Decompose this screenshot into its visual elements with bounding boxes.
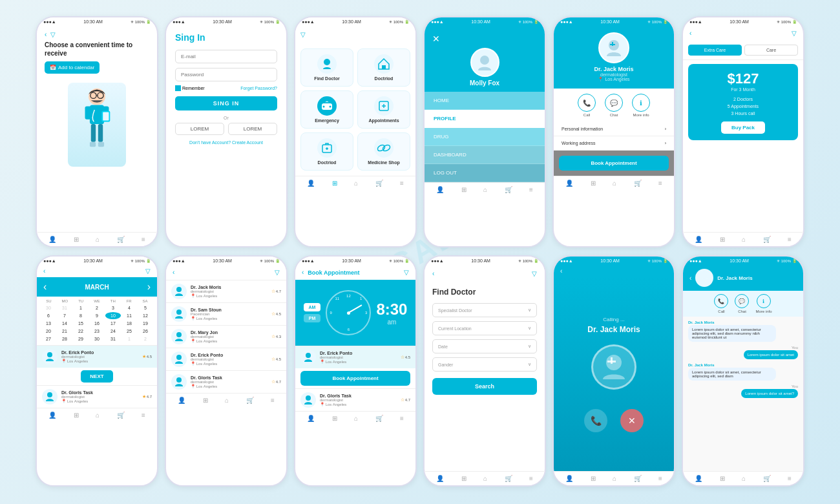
nav-home-icon-4[interactable]: ⌂ bbox=[483, 186, 487, 193]
nav-menu-icon-4[interactable]: ≡ bbox=[529, 186, 533, 193]
nav-person-icon-7[interactable]: 👤 bbox=[48, 412, 56, 419]
menu-find-doctor[interactable]: Find Doctor bbox=[300, 48, 353, 87]
call-chat-action[interactable]: 📞 Call bbox=[714, 294, 728, 313]
nav-menu-icon-8[interactable]: ≡ bbox=[271, 397, 275, 404]
nav-menu-icon-6[interactable]: ≡ bbox=[788, 236, 792, 243]
am-button[interactable]: AM bbox=[304, 303, 321, 311]
nav-person-icon-8[interactable]: 👤 bbox=[178, 397, 185, 404]
nav-person-icon-6[interactable]: 👤 bbox=[695, 236, 702, 243]
nav-grid-icon-4[interactable]: ⊞ bbox=[461, 186, 467, 193]
nav-menu-icon-12[interactable]: ≡ bbox=[788, 475, 792, 482]
filter-icon-9[interactable]: ▽ bbox=[404, 269, 409, 276]
care-tab[interactable]: Care bbox=[744, 45, 798, 56]
close-icon[interactable]: ✕ bbox=[432, 34, 440, 44]
menu-doctriod-2[interactable]: Doctriod bbox=[300, 132, 353, 171]
menu-doctriod-1[interactable]: Doctriod bbox=[357, 48, 410, 87]
lorem-button-1[interactable]: LOREM bbox=[175, 123, 224, 135]
date-select[interactable]: Date ∨ bbox=[432, 339, 537, 353]
nav-person-icon-12[interactable]: 👤 bbox=[695, 475, 702, 482]
nav-cart-icon-5[interactable]: 🛒 bbox=[634, 180, 642, 187]
nav-home-icon-9[interactable]: ⌂ bbox=[354, 415, 358, 422]
specialist-select[interactable]: Specialist Doctor ∨ bbox=[432, 303, 537, 317]
nav-grid-icon-6[interactable]: ⊞ bbox=[720, 236, 725, 243]
doc-gloris-8[interactable]: Dr. Gloris Task dermatologist 📍 Los Ange… bbox=[166, 370, 286, 393]
nav-cart-icon-9[interactable]: 🛒 bbox=[375, 415, 383, 422]
nav-menu-icon[interactable]: ≡ bbox=[142, 236, 145, 243]
nav-logout[interactable]: LOG OUT bbox=[425, 164, 545, 182]
nav-cart-icon-8[interactable]: 🛒 bbox=[246, 397, 254, 404]
nav-cart-icon-7[interactable]: 🛒 bbox=[117, 412, 125, 419]
doc-mary[interactable]: Dr. Mary Jon dermatologist 📍 Los Angeles… bbox=[166, 325, 286, 348]
create-account-link[interactable]: Create Account bbox=[232, 140, 263, 145]
nav-cart-icon[interactable]: 🛒 bbox=[117, 236, 125, 243]
filter-icon-7[interactable]: ▽ bbox=[145, 268, 151, 275]
location-select[interactable]: Current Location ∨ bbox=[432, 321, 537, 335]
nav-home-icon-10[interactable]: ⌂ bbox=[483, 475, 487, 482]
nav-cart-icon-11[interactable]: 🛒 bbox=[634, 475, 642, 482]
nav-menu-icon-3[interactable]: ≡ bbox=[400, 180, 404, 187]
prev-month-icon[interactable]: ‹ bbox=[43, 281, 47, 293]
filter-icon-6[interactable]: ▽ bbox=[792, 30, 797, 37]
nav-person-icon-3[interactable]: 👤 bbox=[307, 180, 315, 187]
nav-grid-icon-10[interactable]: ⊞ bbox=[461, 475, 467, 482]
next-button[interactable]: NEXT bbox=[81, 370, 112, 383]
nav-person-icon-11[interactable]: 👤 bbox=[565, 475, 573, 482]
nav-home-icon-8[interactable]: ⌂ bbox=[225, 397, 229, 404]
back-arrow-icon[interactable]: ‹ bbox=[45, 31, 47, 38]
filter-icon-8[interactable]: ▽ bbox=[275, 269, 280, 276]
nav-grid-icon-5[interactable]: ⊞ bbox=[591, 180, 596, 187]
info-chat-action[interactable]: ℹ More info bbox=[755, 294, 772, 313]
filter-icon-3[interactable]: ▽ bbox=[300, 31, 306, 38]
nav-home-icon-3[interactable]: ⌂ bbox=[354, 180, 358, 187]
call-action[interactable]: 📞 Call bbox=[578, 94, 596, 117]
nav-grid-icon-12[interactable]: ⊞ bbox=[720, 475, 725, 482]
nav-grid-icon-7[interactable]: ⊞ bbox=[74, 412, 79, 419]
nav-grid-icon-8[interactable]: ⊞ bbox=[203, 397, 208, 404]
nav-person-icon-5[interactable]: 👤 bbox=[565, 180, 573, 187]
info-action[interactable]: ℹ More info bbox=[632, 94, 650, 117]
add-calendar-button[interactable]: 📅 Add to calendar bbox=[45, 61, 100, 74]
menu-appointments[interactable]: Appointments bbox=[357, 90, 410, 129]
filter-icon-10[interactable]: ▽ bbox=[532, 270, 537, 277]
nav-menu-icon-5[interactable]: ≡ bbox=[658, 180, 662, 187]
answer-call-button[interactable]: 📞 bbox=[584, 409, 607, 432]
menu-emergency[interactable]: Emergency bbox=[300, 90, 353, 129]
menu-medicine-shop[interactable]: Medicine Shop bbox=[357, 132, 410, 171]
nav-dashboard[interactable]: DASHBOARD bbox=[425, 146, 545, 164]
nav-cart-icon-12[interactable]: 🛒 bbox=[763, 475, 771, 482]
nav-menu-icon-7[interactable]: ≡ bbox=[142, 412, 145, 419]
doc-erick-9[interactable]: Dr. Erick Ponto dermatologist 📍 Los Ange… bbox=[295, 346, 415, 368]
nav-menu-icon-9[interactable]: ≡ bbox=[400, 415, 404, 422]
back-arrow-7[interactable]: ‹ bbox=[43, 268, 45, 275]
book-appointment-button-5[interactable]: Book Appointment bbox=[559, 156, 669, 171]
nav-home[interactable]: HOME bbox=[425, 92, 545, 110]
nav-grid-icon-9[interactable]: ⊞ bbox=[332, 415, 337, 422]
email-input[interactable] bbox=[175, 50, 277, 63]
nav-grid-icon[interactable]: ⊞ bbox=[74, 236, 79, 243]
back-arrow-9[interactable]: ‹ bbox=[302, 269, 304, 276]
password-input[interactable] bbox=[175, 68, 277, 81]
remember-checkbox[interactable] bbox=[175, 85, 181, 91]
pm-button[interactable]: PM bbox=[304, 314, 321, 322]
nav-cart-icon-10[interactable]: 🛒 bbox=[505, 475, 512, 482]
nav-home-icon-7[interactable]: ⌂ bbox=[96, 412, 100, 419]
nav-person-icon[interactable]: 👤 bbox=[48, 236, 56, 243]
filter-icon[interactable]: ▽ bbox=[50, 31, 56, 38]
back-arrow-11[interactable]: ‹ bbox=[560, 268, 562, 275]
search-button[interactable]: Search bbox=[432, 378, 537, 395]
end-call-button[interactable]: ✕ bbox=[620, 409, 644, 432]
doc-jack[interactable]: Dr. Jack Moris dermatologist 📍 Los Angel… bbox=[166, 280, 286, 302]
next-month-icon[interactable]: › bbox=[147, 281, 151, 293]
chat-chat-action[interactable]: 💬 Chat bbox=[735, 294, 749, 313]
nav-person-icon-4[interactable]: 👤 bbox=[436, 186, 444, 193]
nav-home-icon-11[interactable]: ⌂ bbox=[613, 475, 616, 482]
nav-person-icon-9[interactable]: 👤 bbox=[307, 415, 315, 422]
nav-home-icon-5[interactable]: ⌂ bbox=[613, 180, 616, 187]
doc-erick-8[interactable]: Dr. Erick Ponto dermatologist 📍 Los Ange… bbox=[166, 348, 286, 370]
chat-action[interactable]: 💬 Chat bbox=[605, 94, 623, 117]
gender-select[interactable]: Gander ∨ bbox=[432, 357, 537, 372]
working-address-row[interactable]: Working address › bbox=[554, 136, 674, 151]
nav-person-icon-10[interactable]: 👤 bbox=[436, 475, 444, 482]
lorem-button-2[interactable]: LOREM bbox=[228, 123, 277, 135]
back-arrow-6[interactable]: ‹ bbox=[689, 30, 691, 37]
